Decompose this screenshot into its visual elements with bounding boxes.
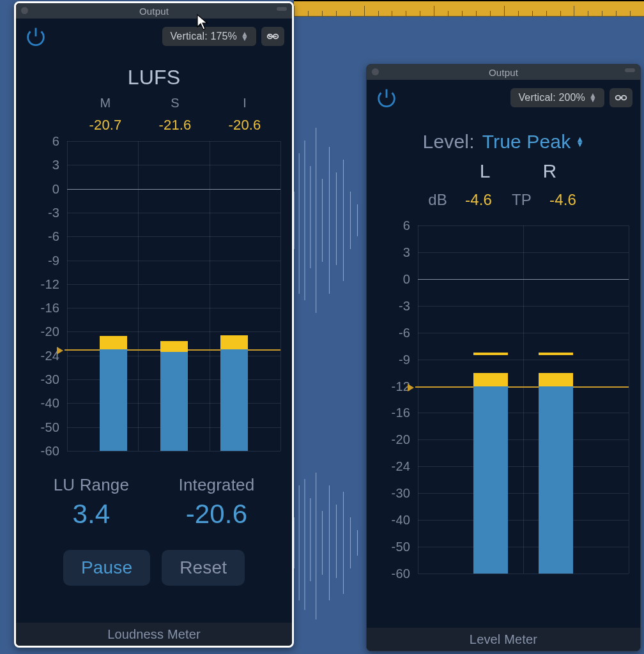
close-dot[interactable]: [21, 7, 28, 14]
value-m: -20.7: [83, 117, 128, 133]
meter-bar: [539, 225, 573, 574]
reset-button[interactable]: Reset: [162, 550, 245, 586]
waveform-track-2: [291, 447, 361, 639]
titlebar[interactable]: Output: [367, 65, 640, 80]
button-row: Pause Reset: [16, 550, 292, 586]
zoom-dropdown[interactable]: Vertical: 175% ▲▼: [162, 27, 256, 46]
loudness-chart: 630-3-6-9-12-16-20-24-30-40-50-60: [27, 141, 280, 451]
meter-bar: [220, 141, 248, 451]
metrics-row: LU Range 3.4 Integrated -20.6: [16, 457, 292, 547]
toolbar: Vertical: 175% ▲▼: [16, 19, 292, 54]
zoom-dropdown[interactable]: Vertical: 200% ▲▼: [510, 88, 604, 107]
link-button[interactable]: [261, 27, 284, 46]
meter-bar: [100, 141, 127, 451]
link-button[interactable]: [610, 88, 632, 107]
integrated-metric: Integrated -20.6: [179, 475, 255, 529]
header-l: L: [480, 160, 491, 182]
db-value: -4.6: [460, 191, 497, 209]
pause-button[interactable]: Pause: [63, 550, 150, 586]
chevron-up-down-icon: ▲▼: [589, 93, 597, 102]
column-s: S: [153, 96, 197, 110]
plugin-name: Level Meter: [367, 628, 640, 651]
resize-handle[interactable]: [625, 68, 635, 72]
waveform-track-1: [291, 102, 361, 338]
lu-range-metric: LU Range 3.4: [54, 475, 129, 529]
column-headers: M S I: [58, 96, 292, 110]
column-m: M: [83, 96, 128, 110]
power-button[interactable]: [24, 24, 48, 49]
close-dot[interactable]: [372, 68, 379, 75]
titlebar[interactable]: Output: [16, 3, 292, 19]
value-i: -20.6: [222, 117, 267, 133]
header-r: R: [543, 160, 557, 182]
db-row: dB -4.6 TP -4.6: [367, 191, 640, 209]
meter-bar: [473, 225, 508, 574]
level-chart: 630-3-6-9-12-16-20-24-30-40-50-60: [378, 225, 629, 574]
window-title: Output: [139, 6, 169, 17]
chevron-up-down-icon: ▲▼: [576, 137, 584, 147]
power-button[interactable]: [374, 86, 399, 110]
resize-handle[interactable]: [277, 7, 287, 11]
level-mode-dropdown[interactable]: True Peak ▲▼: [482, 131, 585, 153]
level-label: Level:: [423, 131, 475, 153]
chart-title: LUFS: [16, 66, 292, 89]
window-title: Output: [489, 67, 518, 78]
zoom-label: Vertical: 200%: [518, 92, 585, 103]
toolbar: Vertical: 200% ▲▼: [367, 80, 640, 116]
plugin-name: Loudness Meter: [16, 623, 292, 646]
loudness-meter-panel: Output Vertical: 175% ▲▼ LUFS M S I -20.…: [14, 1, 294, 648]
peak-values: -20.7 -21.6 -20.6: [58, 117, 292, 133]
tp-value: -4.6: [544, 191, 581, 209]
meter-bar: [160, 141, 188, 451]
level-meter-panel: Output Vertical: 200% ▲▼ Level: True Pea…: [366, 64, 641, 651]
zoom-label: Vertical: 175%: [170, 31, 237, 42]
value-s: -21.6: [153, 117, 197, 133]
timeline-ruler[interactable]: [294, 0, 644, 17]
chevron-up-down-icon: ▲▼: [241, 32, 249, 41]
lr-headers: L R: [396, 160, 640, 182]
db-label: dB: [425, 191, 447, 209]
level-mode-row: Level: True Peak ▲▼: [367, 131, 640, 153]
tp-label: TP: [510, 191, 532, 209]
column-i: I: [222, 96, 267, 110]
